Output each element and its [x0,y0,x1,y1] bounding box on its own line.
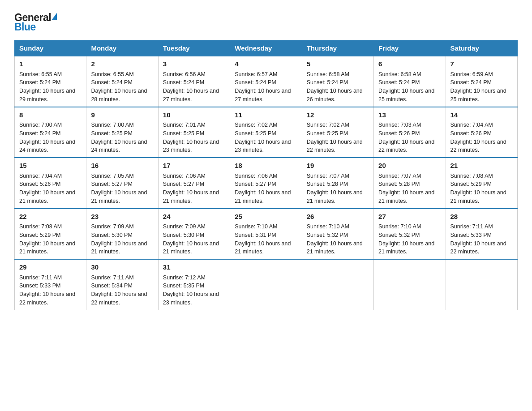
day-number: 18 [235,161,297,171]
daylight-text: Daylight: 10 hours and 21 minutes. [450,188,513,206]
sunrise-text: Sunrise: 7:07 AM [307,172,369,180]
col-header-thursday: Thursday [302,41,373,56]
sunrise-text: Sunrise: 7:00 AM [19,121,82,129]
sunset-text: Sunset: 5:24 PM [91,78,153,87]
daylight-text: Daylight: 10 hours and 25 minutes. [450,87,513,104]
daylight-text: Daylight: 10 hours and 23 minutes. [163,138,225,155]
daylight-text: Daylight: 10 hours and 21 minutes. [378,188,441,206]
logo-triangle-icon [51,13,57,20]
calendar-header-row: SundayMondayTuesdayWednesdayThursdayFrid… [15,41,518,56]
sunset-text: Sunset: 5:26 PM [450,129,513,138]
day-number: 17 [163,161,225,171]
day-number: 8 [19,110,82,120]
sunset-text: Sunset: 5:32 PM [378,231,441,240]
sunrise-text: Sunrise: 7:08 AM [19,223,82,231]
daylight-text: Daylight: 10 hours and 21 minutes. [163,188,225,206]
sunrise-text: Sunrise: 6:58 AM [378,70,441,79]
daylight-text: Daylight: 10 hours and 22 minutes. [307,138,369,155]
day-number: 15 [19,161,82,171]
daylight-text: Daylight: 10 hours and 22 minutes. [19,290,82,307]
day-number: 28 [450,212,513,222]
sunrise-text: Sunrise: 7:11 AM [19,274,82,282]
calendar-week-row: 22Sunrise: 7:08 AMSunset: 5:29 PMDayligh… [15,209,518,260]
sunset-text: Sunset: 5:25 PM [91,129,153,138]
calendar-cell: 17Sunrise: 7:06 AMSunset: 5:27 PMDayligh… [158,158,230,209]
logo-blue: Blue [14,21,57,33]
day-number: 1 [19,59,82,69]
daylight-text: Daylight: 10 hours and 22 minutes. [91,290,153,307]
calendar-cell [446,259,517,310]
daylight-text: Daylight: 10 hours and 28 minutes. [91,87,153,104]
day-number: 22 [19,212,82,222]
sunrise-text: Sunrise: 7:02 AM [235,121,297,129]
day-number: 24 [163,212,225,222]
sunset-text: Sunset: 5:31 PM [235,231,297,240]
calendar-cell: 4Sunrise: 6:57 AMSunset: 5:24 PMDaylight… [230,56,302,107]
day-number: 26 [307,212,369,222]
daylight-text: Daylight: 10 hours and 24 minutes. [19,138,82,155]
calendar-cell: 19Sunrise: 7:07 AMSunset: 5:28 PMDayligh… [302,158,373,209]
calendar-cell: 6Sunrise: 6:58 AMSunset: 5:24 PMDaylight… [374,56,446,107]
daylight-text: Daylight: 10 hours and 25 minutes. [378,87,441,104]
calendar-cell: 12Sunrise: 7:02 AMSunset: 5:25 PMDayligh… [302,107,373,158]
sunset-text: Sunset: 5:25 PM [307,129,369,138]
day-number: 12 [307,110,369,120]
sunrise-text: Sunrise: 7:02 AM [307,121,369,129]
sunset-text: Sunset: 5:24 PM [163,78,225,87]
day-number: 5 [307,59,369,69]
daylight-text: Daylight: 10 hours and 29 minutes. [19,87,82,104]
day-number: 3 [163,59,225,69]
daylight-text: Daylight: 10 hours and 21 minutes. [235,240,297,257]
col-header-tuesday: Tuesday [158,41,230,56]
day-number: 20 [378,161,441,171]
calendar-cell: 31Sunrise: 7:12 AMSunset: 5:35 PMDayligh… [158,259,230,310]
calendar-cell [230,259,302,310]
sunrise-text: Sunrise: 7:10 AM [235,223,297,231]
calendar-cell: 30Sunrise: 7:11 AMSunset: 5:34 PMDayligh… [86,259,158,310]
daylight-text: Daylight: 10 hours and 21 minutes. [91,188,153,206]
day-number: 30 [91,262,153,273]
daylight-text: Daylight: 10 hours and 21 minutes. [163,240,225,257]
sunrise-text: Sunrise: 7:12 AM [163,274,225,282]
daylight-text: Daylight: 10 hours and 23 minutes. [235,138,297,155]
calendar-cell: 21Sunrise: 7:08 AMSunset: 5:29 PMDayligh… [446,158,517,209]
calendar-cell: 27Sunrise: 7:10 AMSunset: 5:32 PMDayligh… [374,209,446,260]
sunrise-text: Sunrise: 7:06 AM [235,172,297,180]
page-header: General Blue [14,11,518,33]
sunset-text: Sunset: 5:33 PM [450,231,513,240]
day-number: 14 [450,110,513,120]
calendar-week-row: 15Sunrise: 7:04 AMSunset: 5:26 PMDayligh… [15,158,518,209]
calendar-week-row: 8Sunrise: 7:00 AMSunset: 5:24 PMDaylight… [15,107,518,158]
sunset-text: Sunset: 5:27 PM [163,180,225,188]
daylight-text: Daylight: 10 hours and 23 minutes. [163,290,225,307]
sunrise-text: Sunrise: 6:55 AM [91,70,153,79]
sunset-text: Sunset: 5:30 PM [163,231,225,240]
calendar-cell: 20Sunrise: 7:07 AMSunset: 5:28 PMDayligh… [374,158,446,209]
sunrise-text: Sunrise: 7:10 AM [378,223,441,231]
calendar-cell: 23Sunrise: 7:09 AMSunset: 5:30 PMDayligh… [86,209,158,260]
day-number: 27 [378,212,441,222]
calendar-cell: 28Sunrise: 7:11 AMSunset: 5:33 PMDayligh… [446,209,517,260]
sunrise-text: Sunrise: 7:09 AM [163,223,225,231]
day-number: 2 [91,59,153,69]
day-number: 19 [307,161,369,171]
sunrise-text: Sunrise: 7:07 AM [378,172,441,180]
sunset-text: Sunset: 5:33 PM [19,282,82,290]
sunset-text: Sunset: 5:28 PM [307,180,369,188]
sunset-text: Sunset: 5:30 PM [91,231,153,240]
logo: General Blue [14,11,57,33]
col-header-sunday: Sunday [15,41,86,56]
sunset-text: Sunset: 5:29 PM [19,231,82,240]
sunrise-text: Sunrise: 6:57 AM [235,70,297,79]
daylight-text: Daylight: 10 hours and 26 minutes. [307,87,369,104]
sunset-text: Sunset: 5:32 PM [307,231,369,240]
sunset-text: Sunset: 5:25 PM [235,129,297,138]
calendar-cell: 24Sunrise: 7:09 AMSunset: 5:30 PMDayligh… [158,209,230,260]
calendar-cell: 10Sunrise: 7:01 AMSunset: 5:25 PMDayligh… [158,107,230,158]
col-header-friday: Friday [374,41,446,56]
daylight-text: Daylight: 10 hours and 22 minutes. [450,138,513,155]
day-number: 25 [235,212,297,222]
sunrise-text: Sunrise: 7:04 AM [450,121,513,129]
col-header-monday: Monday [86,41,158,56]
sunrise-text: Sunrise: 7:03 AM [378,121,441,129]
